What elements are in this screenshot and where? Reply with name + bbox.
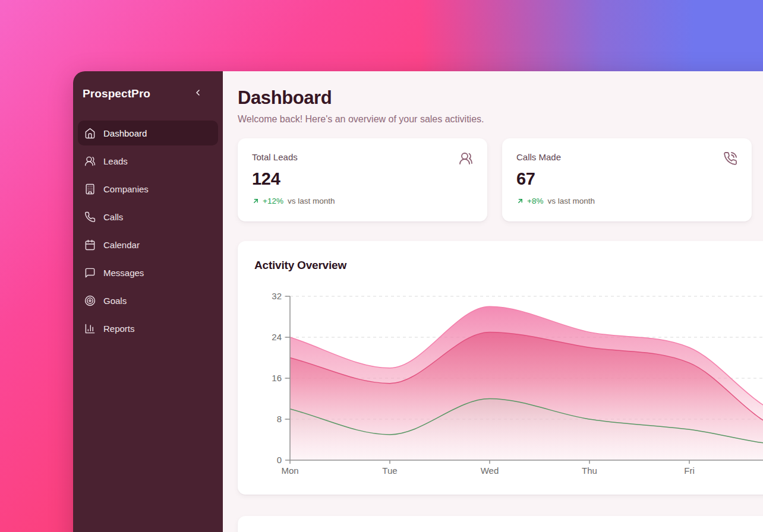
sidebar-header: ProspectPro [78,87,218,100]
y-tick-label: 16 [272,373,282,383]
x-tick-label: Thu [582,466,597,476]
stat-label: Total Leads [252,152,473,162]
sidebar-item-label: Messages [103,268,144,278]
stat-card-calls-made: Calls Made 67 +8% vs last month [502,138,752,221]
x-tick-label: Tue [382,466,397,476]
message-square-icon [84,267,96,278]
users-icon [459,151,473,166]
sidebar-item-label: Calls [103,212,123,222]
chevron-left-icon [193,88,203,99]
app-logo-text: ProspectPro [83,87,150,100]
stat-trend: +8% vs last month [516,197,737,205]
phone-call-icon [723,151,737,166]
y-tick-label: 32 [272,291,282,301]
users-icon [84,156,96,167]
page-title: Dashboard [238,87,763,109]
sidebar-item-dashboard[interactable]: Dashboard [78,121,218,145]
page-subtitle: Welcome back! Here's an overview of your… [238,114,763,125]
trend-up-icon [252,197,260,205]
sidebar-item-label: Dashboard [103,128,147,138]
phone-icon [84,211,96,223]
stat-trend: +12% vs last month [252,197,473,205]
trend-percent: +12% [263,197,283,205]
app-window: ProspectPro Dashboard Leads [73,71,763,532]
sidebar-item-goals[interactable]: Goals [78,288,218,313]
activity-overview-card: Activity Overview 08162432MonTueWedThuFr… [238,241,763,495]
x-tick-label: Fri [684,466,695,476]
y-tick-label: 24 [272,332,282,342]
y-tick-label: 0 [277,455,282,465]
trend-suffix: vs last month [288,197,335,205]
stat-card-total-leads: Total Leads 124 +12% vs last month [238,138,487,221]
calendar-icon [84,239,96,251]
sidebar-item-label: Reports [103,324,135,334]
main-content: Dashboard Welcome back! Here's an overvi… [223,71,763,532]
stat-value: 124 [252,169,473,189]
x-tick-label: Mon [281,466,298,476]
sidebar-item-label: Goals [103,296,127,306]
bar-chart-icon [84,323,96,334]
sidebar-item-calls[interactable]: Calls [78,204,218,229]
sidebar-item-messages[interactable]: Messages [78,260,218,285]
chart-wrap: 08162432MonTueWedThuFriSatSun [254,289,763,482]
target-icon [84,295,96,306]
activity-chart: 08162432MonTueWedThuFriSatSun [254,289,763,479]
next-section-card [238,516,763,532]
sidebar-item-label: Calendar [103,240,140,250]
stat-value: 67 [516,169,737,189]
home-icon [84,128,96,139]
building-icon [84,183,96,195]
sidebar-collapse-button[interactable] [192,87,204,100]
trend-percent: +8% [527,197,543,205]
stats-row: Total Leads 124 +12% vs last month Calls… [238,138,763,221]
sidebar-item-reports[interactable]: Reports [78,316,218,341]
y-tick-label: 8 [277,414,282,424]
sidebar: ProspectPro Dashboard Leads [73,71,223,532]
sidebar-item-calendar[interactable]: Calendar [78,232,218,257]
sidebar-item-leads[interactable]: Leads [78,148,218,173]
chart-title: Activity Overview [254,259,763,272]
trend-suffix: vs last month [547,197,595,205]
sidebar-nav: Dashboard Leads Companies Calls [78,121,218,341]
sidebar-item-label: Companies [103,184,149,194]
trend-up-icon [516,197,524,205]
sidebar-item-companies[interactable]: Companies [78,176,218,201]
stat-label: Calls Made [516,152,737,162]
sidebar-item-label: Leads [103,156,128,166]
x-tick-label: Wed [481,466,499,476]
